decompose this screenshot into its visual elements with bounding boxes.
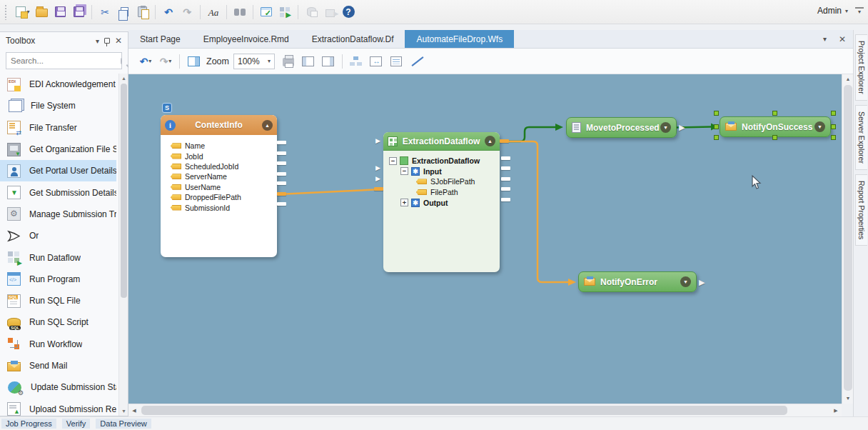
copy-button[interactable] xyxy=(115,4,132,21)
field-row[interactable]: ScheduledJobId xyxy=(161,161,277,171)
selection-handle[interactable] xyxy=(831,111,836,116)
node-notify-on-success[interactable]: NotifyOnSuccess ▼ xyxy=(720,116,831,137)
tab-employee-invoice[interactable]: EmployeeInvoice.Rmd xyxy=(192,30,301,48)
expand-expander-icon[interactable]: + xyxy=(400,199,408,206)
save-button[interactable] xyxy=(51,4,69,21)
tab-server-explorer[interactable]: Server Explorer xyxy=(855,105,867,170)
tab-report-properties[interactable]: Report Properties xyxy=(855,174,867,246)
selection-handle[interactable] xyxy=(831,135,836,140)
tree-row-root[interactable]: −ExtractionDataflow xyxy=(383,156,500,166)
scroll-up-icon[interactable]: ▲ xyxy=(842,74,854,84)
output-port[interactable] xyxy=(277,161,286,165)
output-port[interactable] xyxy=(277,151,286,155)
tab-start-page[interactable]: Start Page xyxy=(128,30,192,48)
database-lookup-button[interactable] xyxy=(303,4,320,21)
tab-close-icon[interactable]: ✕ xyxy=(839,34,846,44)
field-row[interactable]: UserName xyxy=(161,182,277,192)
workflow-canvas[interactable]: S i ContextInfo ▲ Name JobId ScheduledJo… xyxy=(128,74,842,404)
admin-menu[interactable]: Admin▾ xyxy=(817,6,848,16)
output-port[interactable] xyxy=(501,177,510,181)
help-button[interactable]: ? xyxy=(340,4,357,21)
output-port[interactable] xyxy=(501,198,510,201)
input-port-arrow[interactable]: ▶ xyxy=(375,175,380,182)
toolbox-item-edi-acknowledgement[interactable]: EDI Acknowledgement xyxy=(0,74,116,95)
output-port[interactable] xyxy=(277,181,286,185)
context-info-header[interactable]: i ContextInfo ▲ xyxy=(161,115,277,135)
connector-extraction-to-notifyonerror[interactable] xyxy=(509,141,568,282)
selection-handle[interactable] xyxy=(714,124,719,129)
toolbox-item-send-mail[interactable]: Send Mail xyxy=(0,355,116,376)
tab-automate-file-drop[interactable]: AutomateFileDrop.Wfs xyxy=(405,30,514,48)
output-port[interactable] xyxy=(277,141,286,144)
toolbox-item-get-organization-file[interactable]: Get Organization File Se xyxy=(0,139,116,160)
toolbox-item-get-portal-user-details[interactable]: Get Portal User Details xyxy=(0,160,116,181)
selection-handle[interactable] xyxy=(772,135,777,140)
tab-data-preview[interactable]: Data Preview xyxy=(96,419,151,429)
toolbox-item-get-submission-details[interactable]: Get Submission Details xyxy=(0,181,116,203)
output-port-header[interactable] xyxy=(500,139,509,143)
collapse-expander-icon[interactable]: − xyxy=(389,157,397,165)
node-menu-icon[interactable]: ▼ xyxy=(814,121,825,132)
collapse-expander-icon[interactable]: − xyxy=(400,167,408,175)
output-port[interactable] xyxy=(501,166,510,170)
input-port-filepath[interactable] xyxy=(374,187,383,191)
extraction-dataflow-header[interactable]: ExtractionDataflow ▲ xyxy=(383,132,500,151)
toolbox-item-manage-submission[interactable]: Manage Submission Tra xyxy=(0,204,116,225)
open-button[interactable] xyxy=(33,4,50,21)
collapse-toggle-icon[interactable]: ▲ xyxy=(262,120,273,131)
field-row[interactable]: JobId xyxy=(161,151,277,161)
paste-button[interactable] xyxy=(133,4,151,21)
output-port[interactable] xyxy=(501,187,510,191)
tree-row-output[interactable]: +✱Output xyxy=(383,197,500,208)
node-menu-icon[interactable]: ▼ xyxy=(660,122,671,133)
toolbox-item-update-submission-status[interactable]: Update Submission Stat xyxy=(0,376,116,398)
scroll-down-icon[interactable]: ▼ xyxy=(842,394,854,404)
connector-extraction-to-movetoprocessed[interactable] xyxy=(509,127,555,141)
field-row[interactable]: DroppedFilePath xyxy=(161,192,277,202)
canvas-vertical-scrollbar[interactable]: ▲ ▼ xyxy=(842,74,853,404)
undo-button[interactable]: ↶ xyxy=(160,4,177,21)
expand-right-panel-button[interactable] xyxy=(319,52,338,71)
node-menu-icon[interactable]: ▼ xyxy=(680,276,691,287)
canvas-horizontal-scrollbar[interactable]: ◀ ▶ xyxy=(128,404,842,416)
toolbox-item-run-dataflow[interactable]: Run Dataflow xyxy=(0,246,116,268)
toolbar-overflow-button[interactable]: ▾ xyxy=(855,7,864,15)
tree-row-field[interactable]: FilePath xyxy=(383,187,500,198)
tab-project-explorer[interactable]: Project Explorer xyxy=(855,34,867,101)
draw-link-button[interactable] xyxy=(407,52,425,71)
deploy-button[interactable] xyxy=(321,4,338,21)
toolbox-item-run-sql-script[interactable]: Run SQL Script xyxy=(0,311,116,333)
cut-button[interactable]: ✂ xyxy=(96,4,113,21)
horizontal-scrollbar-thumb[interactable] xyxy=(141,406,787,415)
field-row[interactable]: SubmissionId xyxy=(161,202,277,212)
zoom-select[interactable]: 100%▾ xyxy=(233,54,275,69)
save-all-button[interactable] xyxy=(70,4,87,21)
find-button[interactable] xyxy=(231,4,248,21)
print-preview-button[interactable] xyxy=(184,52,203,71)
selection-handle[interactable] xyxy=(714,111,719,116)
search-input[interactable] xyxy=(11,56,121,65)
tab-verify[interactable]: Verify xyxy=(62,419,91,429)
scroll-left-icon[interactable]: ◀ xyxy=(128,404,140,417)
verify-window-button[interactable] xyxy=(258,4,275,21)
scroll-down-icon[interactable]: ▼ xyxy=(119,406,128,416)
scroll-up-icon[interactable]: ▲ xyxy=(119,74,128,83)
toolbox-item-upload-submission-result[interactable]: Upload Submission Res xyxy=(0,398,116,416)
undo-button[interactable]: ↶▾ xyxy=(136,52,155,71)
node-extraction-dataflow[interactable]: ExtractionDataflow ▲ −ExtractionDataflow… xyxy=(383,132,500,272)
toolbar-grip[interactable] xyxy=(4,4,8,20)
collapse-toggle-icon[interactable]: ▲ xyxy=(485,136,495,146)
toolbox-scrollbar-thumb[interactable] xyxy=(121,84,127,298)
node-context-info[interactable]: i ContextInfo ▲ Name JobId ScheduledJobI… xyxy=(161,115,277,257)
field-row[interactable]: ServerName xyxy=(161,171,277,181)
toolbox-item-run-workflow[interactable]: Run Workflow xyxy=(0,334,116,355)
toolbox-item-run-program[interactable]: Run Program xyxy=(0,269,116,290)
toolbox-item-or[interactable]: Or xyxy=(0,225,116,246)
selection-handle[interactable] xyxy=(772,111,777,116)
new-button[interactable]: ▾ xyxy=(14,4,31,21)
output-play-icon[interactable]: ▶ xyxy=(699,278,705,287)
output-port[interactable] xyxy=(501,156,510,160)
redo-button[interactable]: ↷ xyxy=(178,4,196,21)
toolbox-item-file-transfer[interactable]: File Transfer xyxy=(0,117,116,139)
print-button[interactable] xyxy=(279,52,298,71)
